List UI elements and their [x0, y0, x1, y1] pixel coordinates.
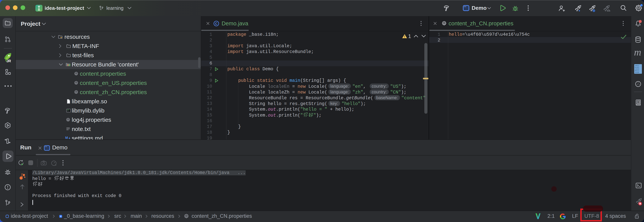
svg-text:JR: JR — [6, 59, 11, 63]
svg-text:M: M — [65, 136, 68, 140]
svg-text:A: A — [638, 101, 639, 103]
svg-text:11010: 11010 — [635, 68, 639, 70]
svg-text:00111: 00111 — [635, 70, 639, 72]
svg-text:C: C — [215, 22, 217, 25]
svg-text:01101: 01101 — [635, 67, 639, 68]
svg-text:10100: 10100 — [635, 72, 639, 73]
svg-text:10011: 10011 — [635, 65, 639, 66]
